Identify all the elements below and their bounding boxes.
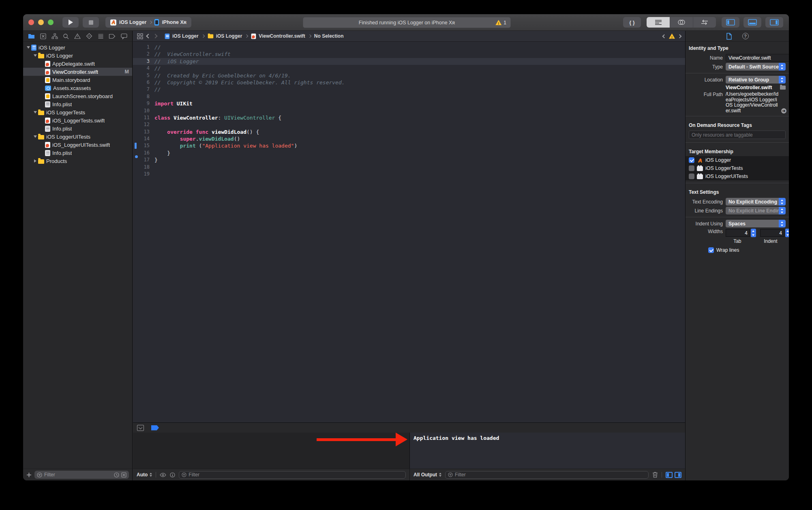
- code-line-18[interactable]: 18: [133, 164, 685, 171]
- text-encoding-dropdown[interactable]: No Explicit Encoding: [726, 198, 786, 206]
- tree-item-ios-loggeruitests-swift[interactable]: iOS_LoggerUITests.swift: [23, 141, 132, 149]
- tree-item-info-plist[interactable]: Info.plist: [23, 124, 132, 133]
- tab-report-navigator[interactable]: [121, 33, 127, 39]
- stepper-icon[interactable]: [785, 229, 789, 237]
- variables-view[interactable]: [133, 433, 410, 469]
- clear-console-button[interactable]: [652, 471, 658, 478]
- tree-item-launchscreen-storyboard[interactable]: LaunchScreen.storyboard: [23, 92, 132, 100]
- show-only-variables-button[interactable]: [160, 473, 166, 477]
- breadcrumb-item[interactable]: iOS Logger: [165, 33, 199, 39]
- tree-item-ios-loggeruitests[interactable]: iOS LoggerUITests: [23, 133, 132, 141]
- disclosure-triangle-icon[interactable]: [32, 54, 38, 57]
- previous-issue-button[interactable]: [662, 34, 666, 38]
- close-window-button[interactable]: [28, 19, 34, 25]
- disclosure-triangle-icon[interactable]: [32, 160, 38, 162]
- tab-issue-navigator[interactable]: [74, 33, 81, 39]
- code-line-15[interactable]: 15 print ("Application view has loaded"): [133, 142, 685, 149]
- tree-item-main-storyboard[interactable]: Main.storyboard: [23, 76, 132, 84]
- code-line-9[interactable]: 9import UIKit: [133, 100, 685, 107]
- line-endings-dropdown[interactable]: No Explicit Line Endings: [726, 207, 786, 214]
- toggle-variables-pane-button[interactable]: [666, 472, 673, 478]
- source-control-filter-icon[interactable]: [121, 472, 126, 478]
- code-line-8[interactable]: 8: [133, 93, 685, 100]
- stop-button[interactable]: [83, 17, 99, 28]
- issue-badge[interactable]: 1: [495, 17, 506, 28]
- console-view[interactable]: Application view has loaded: [410, 433, 685, 469]
- tree-item-ios-loggertests-swift[interactable]: iOS_LoggerTests.swift: [23, 116, 132, 124]
- console-scope-selector[interactable]: All Output: [413, 472, 441, 478]
- minimize-window-button[interactable]: [38, 19, 44, 25]
- tree-item-viewcontroller-swift[interactable]: ViewController.swiftM: [23, 68, 132, 76]
- tree-item-ios-logger[interactable]: iOS Logger: [23, 43, 132, 51]
- disclosure-triangle-icon[interactable]: [26, 46, 31, 49]
- target-checkbox[interactable]: [689, 165, 694, 171]
- code-line-11[interactable]: 11class ViewController: UIViewController…: [133, 114, 685, 121]
- toggle-navigator-button[interactable]: [722, 17, 739, 28]
- code-line-1[interactable]: 1//: [133, 44, 685, 51]
- run-button[interactable]: [62, 17, 79, 28]
- code-line-12[interactable]: 12: [133, 121, 685, 128]
- breadcrumb-item[interactable]: iOS Logger: [208, 33, 242, 39]
- code-line-5[interactable]: 5// Created by Eric Goebelbecker on 4/6/…: [133, 72, 685, 79]
- toggle-debug-area-button[interactable]: [743, 17, 761, 28]
- code-line-3[interactable]: 3// iOS Logger: [133, 58, 685, 65]
- tab-source-control-navigator[interactable]: [40, 33, 46, 39]
- breadcrumb-item[interactable]: ViewController.swift: [251, 33, 305, 39]
- breakpoints-toggle-button[interactable]: [151, 425, 159, 431]
- version-editor-button[interactable]: [693, 17, 716, 28]
- tab-file-inspector[interactable]: [726, 33, 732, 40]
- disclosure-triangle-icon[interactable]: [32, 111, 38, 114]
- navigator-filter-input[interactable]: [44, 472, 112, 478]
- warning-icon[interactable]: [669, 34, 675, 39]
- console-filter-input[interactable]: [455, 472, 646, 478]
- tab-breakpoint-navigator[interactable]: [109, 34, 116, 39]
- tree-item-ios-logger[interactable]: iOS Logger: [23, 51, 132, 60]
- tab-project-navigator[interactable]: [28, 33, 35, 39]
- code-line-17[interactable]: 17}: [133, 156, 685, 163]
- target-checkbox[interactable]: [689, 174, 694, 179]
- source-code-editor[interactable]: 1//2// ViewController.swift3// iOS Logge…: [133, 42, 685, 422]
- choose-folder-icon[interactable]: [780, 86, 786, 90]
- code-line-14[interactable]: 14 super.viewDidLoad(): [133, 135, 685, 142]
- code-line-13[interactable]: 13 override func viewDidLoad() {: [133, 129, 685, 135]
- tab-debug-navigator[interactable]: [98, 33, 104, 39]
- target-checkbox[interactable]: [689, 157, 694, 163]
- add-file-button[interactable]: [26, 472, 32, 478]
- tree-item-assets-xcassets[interactable]: Assets.xcassets: [23, 84, 132, 92]
- tab-find-navigator[interactable]: [63, 33, 69, 39]
- code-line-2[interactable]: 2// ViewController.swift: [133, 51, 685, 58]
- tree-item-products[interactable]: Products: [23, 157, 132, 165]
- recents-clock-icon[interactable]: [114, 472, 119, 478]
- tab-test-navigator[interactable]: [86, 33, 92, 39]
- resource-tags-field[interactable]: [689, 131, 786, 139]
- code-line-7[interactable]: 7//: [133, 86, 685, 93]
- indent-using-dropdown[interactable]: Spaces: [726, 220, 786, 227]
- stepper-icon[interactable]: [751, 229, 756, 237]
- code-line-10[interactable]: 10: [133, 107, 685, 114]
- wrap-lines-checkbox[interactable]: [708, 247, 714, 253]
- variables-scope-selector[interactable]: Auto: [137, 472, 152, 478]
- tree-item-info-plist[interactable]: Info.plist: [23, 149, 132, 157]
- tab-width-field[interactable]: [726, 229, 750, 237]
- toggle-inspector-button[interactable]: [765, 17, 783, 28]
- scheme-selector[interactable]: iOS Logger iPhone Xʀ: [105, 17, 191, 28]
- go-back-button[interactable]: [146, 34, 150, 38]
- next-issue-button[interactable]: [678, 34, 682, 38]
- code-line-4[interactable]: 4//: [133, 65, 685, 72]
- related-items-icon[interactable]: [137, 33, 143, 39]
- code-review-button[interactable]: { }: [623, 17, 641, 28]
- standard-editor-button[interactable]: [647, 17, 670, 28]
- hide-debug-area-button[interactable]: [137, 425, 144, 431]
- code-line-6[interactable]: 6// Copyright © 2019 Eric Goebelbecker. …: [133, 79, 685, 86]
- go-forward-button[interactable]: [153, 34, 157, 38]
- tab-symbol-navigator[interactable]: [51, 33, 58, 39]
- indent-width-field[interactable]: [760, 229, 784, 237]
- assistant-editor-button[interactable]: [670, 17, 693, 28]
- zoom-window-button[interactable]: [48, 19, 54, 25]
- toggle-console-pane-button[interactable]: [675, 472, 681, 478]
- disclosure-triangle-icon[interactable]: [32, 135, 38, 138]
- tree-item-ios-loggertests[interactable]: iOS LoggerTests: [23, 108, 132, 116]
- info-button[interactable]: [170, 472, 175, 478]
- open-in-finder-icon[interactable]: ➔: [781, 108, 786, 114]
- breadcrumb-item[interactable]: No Selection: [314, 33, 344, 39]
